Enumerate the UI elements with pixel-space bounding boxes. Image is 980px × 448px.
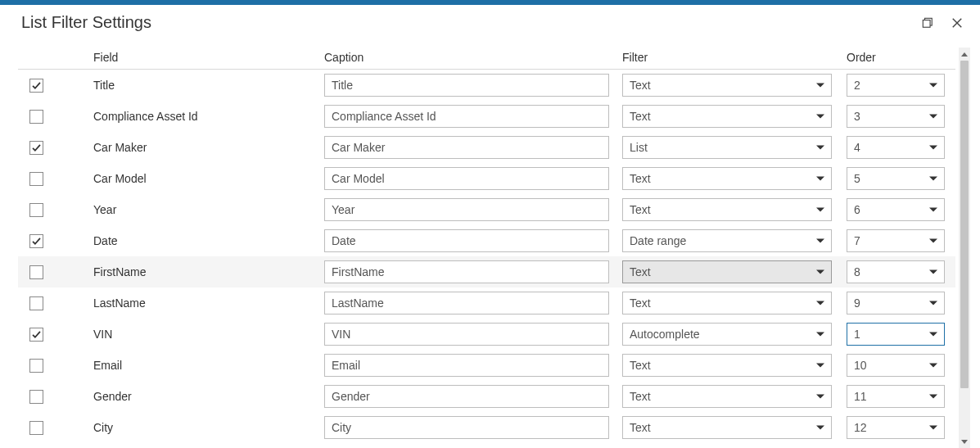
field-label: Gender [93, 390, 132, 403]
filter-select[interactable]: Date range [622, 229, 832, 252]
filter-select-value: Text [630, 79, 651, 92]
caption-input[interactable] [324, 198, 609, 221]
checkmark-icon [31, 80, 42, 91]
order-select[interactable]: 7 [847, 229, 945, 252]
chevron-down-icon [929, 208, 937, 212]
filter-select[interactable]: Text [622, 167, 832, 190]
row-check-cell [18, 79, 90, 93]
filter-cell: Text [619, 74, 843, 97]
caption-input[interactable] [324, 416, 609, 439]
chevron-down-icon [929, 333, 937, 337]
chevron-down-icon [929, 301, 937, 305]
filter-select-value: List [630, 141, 648, 154]
caption-input[interactable] [324, 385, 609, 408]
field-cell: Car Model [90, 172, 321, 185]
caption-input[interactable] [324, 354, 609, 377]
row-checkbox[interactable] [29, 234, 43, 248]
order-cell: 8 [843, 260, 955, 283]
order-select[interactable]: 11 [847, 385, 945, 408]
scroll-up-button[interactable] [959, 48, 970, 61]
vertical-scrollbar[interactable] [959, 48, 970, 448]
maximize-button[interactable] [921, 16, 934, 29]
field-label: City [93, 421, 113, 434]
caption-input[interactable] [324, 74, 609, 97]
order-select[interactable]: 12 [847, 416, 945, 439]
caption-input[interactable] [324, 167, 609, 190]
filter-select-value: Text [630, 203, 651, 216]
filter-cell: Text [619, 198, 843, 221]
filter-select[interactable]: List [622, 136, 832, 159]
filter-cell: Text [619, 292, 843, 315]
filter-select[interactable]: Text [622, 354, 832, 377]
filter-select-value: Text [630, 172, 651, 185]
checkmark-icon [31, 329, 42, 340]
filter-select[interactable]: Text [622, 260, 832, 283]
chevron-down-icon [929, 84, 937, 88]
chevron-down-icon [816, 270, 824, 274]
caption-input[interactable] [324, 136, 609, 159]
caption-input[interactable] [324, 292, 609, 315]
close-button[interactable] [951, 16, 964, 29]
maximize-icon [922, 17, 933, 29]
field-label: Date [93, 234, 118, 247]
filter-select[interactable]: Text [622, 292, 832, 315]
order-select[interactable]: 10 [847, 354, 945, 377]
chevron-down-icon [816, 115, 824, 119]
row-check-cell [18, 203, 90, 217]
grid-wrap: Field Caption Filter Order Title Text [18, 48, 970, 448]
chevron-down-icon [929, 115, 937, 119]
caption-cell [321, 136, 619, 159]
row-checkbox[interactable] [29, 359, 43, 373]
order-cell: 1 [843, 323, 955, 346]
header-filter: Filter [619, 51, 843, 64]
order-select[interactable]: 5 [847, 167, 945, 190]
field-cell: Gender [90, 390, 321, 403]
order-select-value: 1 [854, 328, 860, 341]
order-select[interactable]: 8 [847, 260, 945, 283]
caption-cell [321, 198, 619, 221]
row-checkbox[interactable] [29, 296, 43, 310]
row-checkbox[interactable] [29, 79, 43, 93]
order-select-value: 6 [854, 203, 860, 216]
order-select[interactable]: 6 [847, 198, 945, 221]
dialog-title: List Filter Settings [21, 13, 921, 32]
row-checkbox[interactable] [29, 265, 43, 279]
filter-select-value: Text [630, 296, 651, 310]
caption-input[interactable] [324, 260, 609, 283]
chevron-down-icon [929, 239, 937, 243]
table-row: Date Date range 7 [18, 225, 955, 256]
row-checkbox[interactable] [29, 110, 43, 124]
chevron-up-icon [961, 52, 968, 57]
filter-select[interactable]: Text [622, 416, 832, 439]
order-select[interactable]: 3 [847, 105, 945, 128]
field-label: Year [93, 203, 116, 216]
row-checkbox[interactable] [29, 421, 43, 435]
scroll-down-button[interactable] [959, 435, 970, 448]
filter-select[interactable]: Autocomplete [622, 323, 832, 346]
chevron-down-icon [816, 395, 824, 399]
caption-input[interactable] [324, 105, 609, 128]
row-check-cell [18, 234, 90, 248]
order-select[interactable]: 1 [847, 323, 945, 346]
order-cell: 6 [843, 198, 955, 221]
filter-select[interactable]: Text [622, 74, 832, 97]
filter-select[interactable]: Text [622, 198, 832, 221]
order-select[interactable]: 9 [847, 292, 945, 315]
row-checkbox[interactable] [29, 172, 43, 186]
filter-select[interactable]: Text [622, 105, 832, 128]
filter-select-value: Text [630, 421, 651, 434]
row-checkbox[interactable] [29, 203, 43, 217]
scroll-thumb[interactable] [960, 61, 969, 388]
row-checkbox[interactable] [29, 328, 43, 342]
order-select[interactable]: 4 [847, 136, 945, 159]
filter-select-value: Text [630, 390, 651, 403]
caption-input[interactable] [324, 229, 609, 252]
filter-select[interactable]: Text [622, 385, 832, 408]
row-checkbox[interactable] [29, 390, 43, 404]
filter-cell: List [619, 136, 843, 159]
order-select[interactable]: 2 [847, 74, 945, 97]
row-checkbox[interactable] [29, 141, 43, 155]
chevron-down-icon [816, 208, 824, 212]
caption-input[interactable] [324, 323, 609, 346]
filter-select-value: Text [630, 359, 651, 372]
